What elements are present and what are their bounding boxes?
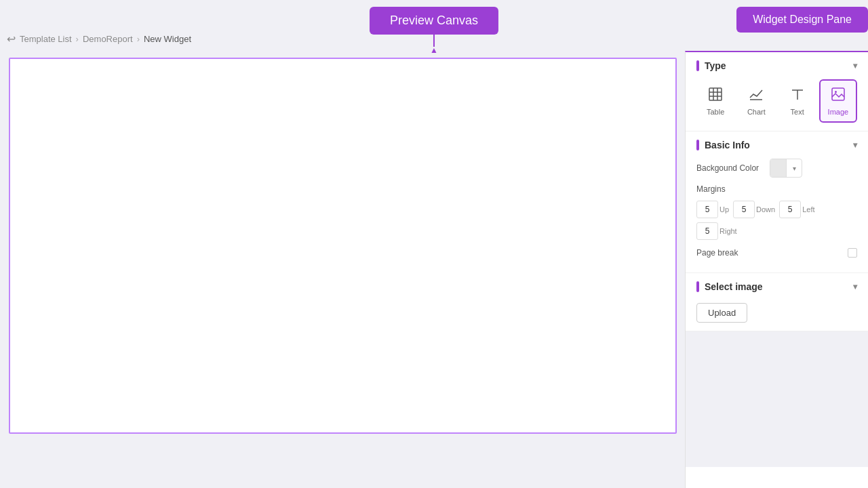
chart-label: Chart [747,108,766,116]
background-color-label: Backgound Color [696,163,764,173]
margins-label: Margins [696,184,764,194]
margin-right-label: Right [719,227,737,235]
svg-rect-0 [709,88,722,100]
breadcrumb-new-widget: New Widget [144,34,191,44]
margin-down-input[interactable] [733,201,755,218]
breadcrumb-template-list[interactable]: Template List [20,34,72,44]
table-icon [707,86,724,105]
svg-point-9 [835,91,837,93]
basic-info-chevron-icon[interactable]: ▾ [853,140,857,150]
type-section: Type ▾ Table [686,52,868,131]
margins-inputs-row: Up Down Left Right [696,201,857,240]
select-image-chevron-icon[interactable]: ▾ [853,282,857,291]
basic-info-section-header: Basic Info ▾ [696,140,857,150]
table-label: Table [707,108,724,116]
margins-label-row: Margins [696,184,857,194]
widget-design-pane-button[interactable]: Widget Design Pane [736,7,868,33]
type-item-text[interactable]: Text [778,79,816,123]
breadcrumb-sep-1: › [76,34,79,44]
type-item-image[interactable]: Image [819,79,857,123]
margin-left-group: Left [779,201,814,218]
type-item-table[interactable]: Table [696,79,734,123]
margin-up-group: Up [696,201,729,218]
select-image-section-header: Select image ▾ [696,281,857,292]
select-image-section: Select image ▾ Upload [686,273,868,331]
page-break-row: Page break [696,248,857,258]
bottom-gray-area [686,331,868,467]
select-image-accent-bar [696,281,699,292]
page-break-label: Page break [696,248,764,258]
breadcrumb: ↩ Template List › DemoReport › New Widge… [0,33,191,45]
text-icon [789,86,806,105]
svg-rect-8 [832,88,844,100]
basic-info-section: Basic Info ▾ Backgound Color ▾ Margins U… [686,131,868,273]
basic-info-accent-bar [696,140,699,150]
page-break-checkbox[interactable] [848,248,857,258]
breadcrumb-demo-report[interactable]: DemoReport [83,34,133,44]
margin-down-group: Down [733,201,775,218]
breadcrumb-sep-2: › [137,34,140,44]
type-section-header: Type ▾ [696,60,857,71]
image-label: Image [828,108,849,116]
chart-icon [748,86,764,105]
type-accent-bar [696,60,699,71]
type-item-chart[interactable]: Chart [737,79,775,123]
preview-canvas-button[interactable]: Preview Canvas [370,7,498,35]
type-section-label: Type [705,60,726,71]
select-image-label: Select image [705,281,763,292]
color-dropdown-icon[interactable]: ▾ [787,165,802,172]
canvas-area [0,51,685,488]
back-icon[interactable]: ↩ [7,33,16,45]
upload-button[interactable]: Upload [696,303,747,323]
background-color-row: Backgound Color ▾ [696,159,857,178]
top-bar: Preview Canvas ↩ Template List › DemoRep… [0,0,868,51]
margin-right-input[interactable] [696,222,718,240]
margin-left-label: Left [802,205,814,214]
text-label: Text [791,108,804,116]
margin-up-input[interactable] [696,201,718,218]
type-chevron-icon[interactable]: ▾ [853,61,857,70]
basic-info-label: Basic Info [705,140,750,150]
margin-up-label: Up [719,205,729,214]
margin-right-group: Right [696,222,737,240]
image-icon [830,86,846,105]
canvas-content [9,58,677,434]
right-panel: Type ▾ Table [685,51,868,488]
margin-down-label: Down [756,205,775,214]
type-grid: Table Chart [696,79,857,123]
background-color-picker[interactable]: ▾ [770,159,802,178]
margin-left-input[interactable] [779,201,801,218]
main-layout: Type ▾ Table [0,51,868,488]
color-swatch [770,159,787,178]
